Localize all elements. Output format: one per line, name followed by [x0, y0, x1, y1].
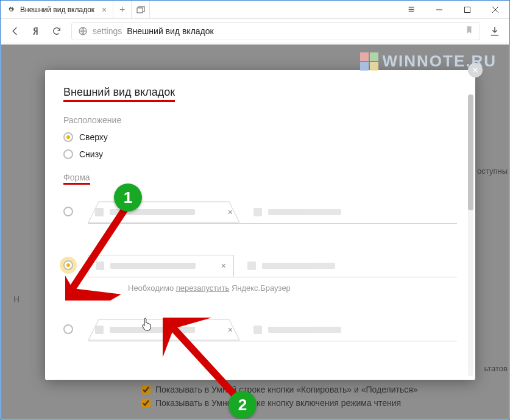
- close-window-button[interactable]: [481, 1, 509, 18]
- menu-button[interactable]: ≡: [397, 1, 425, 18]
- shape-radio-trapezoid[interactable]: [63, 207, 73, 216]
- shape-radio-trapezoid-2[interactable]: [63, 324, 73, 334]
- tab-title: Внешний вид вкладок: [20, 5, 94, 14]
- gear-icon: [7, 5, 15, 14]
- background-hint-1: оступны: [477, 166, 508, 176]
- pointer-cursor-icon: [141, 318, 152, 331]
- background-letter: Н: [13, 294, 19, 304]
- globe-icon: [78, 26, 88, 36]
- new-tab-button[interactable]: +: [113, 1, 132, 18]
- tabstrip-preview-trapezoid: ×: [88, 196, 457, 224]
- checkbox-copy-share[interactable]: [141, 385, 151, 394]
- restart-note: Необходимо перезапустить Яндекс.Браузер: [128, 283, 457, 293]
- close-icon: ×: [228, 325, 233, 335]
- shape-option-rect[interactable]: ×: [63, 249, 457, 277]
- address-text: Внешний вид вкладок: [127, 26, 213, 36]
- checkbox-reader[interactable]: [141, 399, 151, 408]
- background-checkboxes: Показывать в Умной строке кнопки «Копиро…: [141, 381, 418, 408]
- background-hint-2: ьтатов: [484, 364, 508, 373]
- radio-top-label: Сверху: [79, 132, 108, 142]
- bookmark-icon[interactable]: [465, 26, 473, 36]
- bg-check-2[interactable]: Показывать в Умной строке кнопку включен…: [141, 398, 418, 408]
- close-icon: ×: [221, 261, 226, 271]
- close-icon: ×: [228, 207, 233, 217]
- annotation-badge-1: 1: [114, 183, 142, 212]
- address-bar[interactable]: settings Внешний вид вкладок: [71, 22, 480, 40]
- shape-option-trapezoid-2[interactable]: ×: [63, 313, 457, 341]
- svg-rect-1: [465, 7, 470, 12]
- radio-bottom-input[interactable]: [63, 149, 73, 159]
- page-content: Н оступны ьтатов Показывать в Умной стро…: [1, 44, 509, 419]
- maximize-button[interactable]: [453, 1, 481, 18]
- restart-link[interactable]: перезапустить: [176, 283, 229, 293]
- radio-bottom[interactable]: Снизу: [63, 149, 457, 159]
- address-prefix: settings: [93, 26, 122, 36]
- shape-radio-rect[interactable]: [63, 260, 73, 270]
- annotation-badge-2: 2: [228, 391, 257, 419]
- reload-button[interactable]: [51, 25, 63, 37]
- toolbar: settings Внешний вид вкладок: [1, 19, 509, 43]
- settings-dialog: ✕ Внешний вид вкладок Расположение Сверх…: [45, 70, 475, 380]
- radio-top[interactable]: Сверху: [63, 132, 457, 142]
- radio-top-input[interactable]: [63, 132, 73, 142]
- section-position-label: Расположение: [63, 115, 457, 125]
- bg-check-1[interactable]: Показывать в Умной строке кнопки «Копиро…: [141, 385, 418, 394]
- downloads-button[interactable]: [489, 25, 501, 37]
- titlebar: Внешний вид вкладок × + ≡: [1, 1, 509, 19]
- browser-window: Внешний вид вкладок × + ≡ settings Внешн…: [0, 0, 510, 420]
- window-controls: ≡: [397, 1, 509, 18]
- dialog-title: Внешний вид вкладок: [63, 86, 175, 102]
- radio-bottom-label: Снизу: [79, 149, 103, 159]
- tab-overview-button[interactable]: [132, 1, 150, 18]
- tabstrip-preview-rect: ×: [88, 249, 457, 277]
- tab-close-icon[interactable]: ×: [102, 5, 107, 15]
- back-button[interactable]: [9, 25, 21, 37]
- yandex-logo-icon[interactable]: [30, 25, 42, 37]
- section-shape-label: Форма: [63, 173, 90, 185]
- windows-flag-icon: [360, 52, 378, 71]
- tab-active[interactable]: Внешний вид вкладок ×: [1, 1, 113, 18]
- svg-rect-0: [137, 8, 143, 13]
- minimize-button[interactable]: [425, 1, 453, 18]
